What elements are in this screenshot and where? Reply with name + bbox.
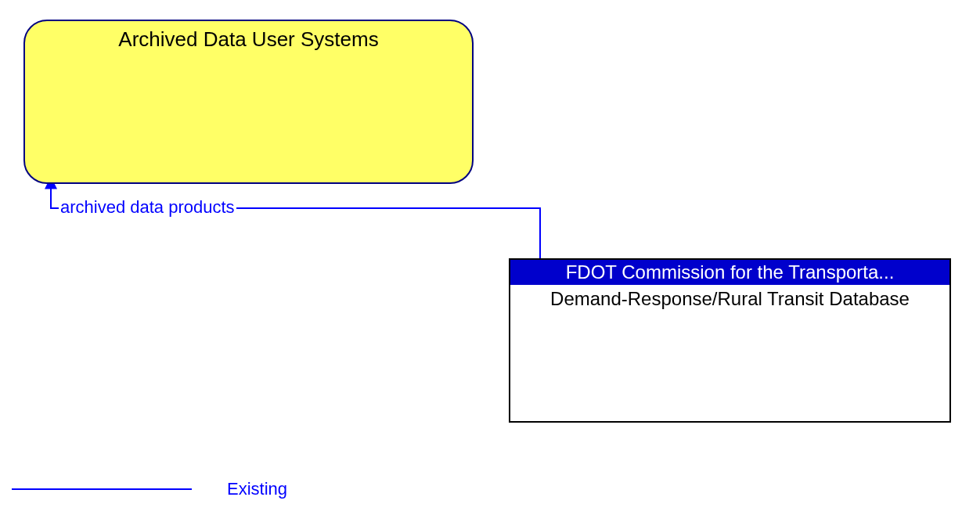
node-demand-response-database-body: Demand-Response/Rural Transit Database (510, 285, 949, 314)
node-archived-data-user-systems: Archived Data User Systems (23, 20, 474, 184)
flow-label-archived-data-products: archived data products (59, 197, 236, 218)
legend-existing-label: Existing (227, 479, 287, 499)
node-demand-response-database: FDOT Commission for the Transporta... De… (509, 258, 951, 423)
node-archived-data-user-systems-title: Archived Data User Systems (25, 27, 472, 52)
node-demand-response-database-header: FDOT Commission for the Transporta... (510, 260, 949, 285)
